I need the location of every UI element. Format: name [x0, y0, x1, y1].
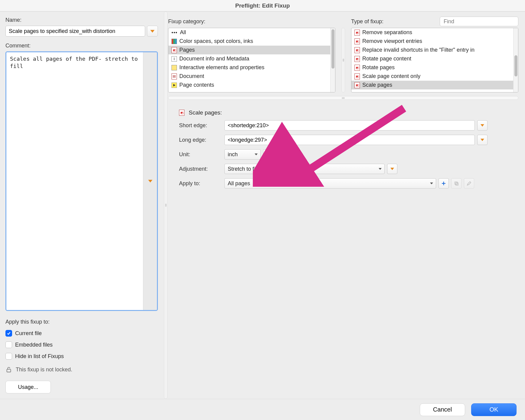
- list-item-label: Scale page content only: [362, 73, 420, 79]
- chevron-down-icon: [255, 153, 258, 155]
- pdf-icon: [354, 38, 360, 44]
- fixup-category-label: Fixup category:: [168, 18, 205, 25]
- type-item[interactable]: Replace invalid shortcuts in the "Filter…: [351, 46, 513, 54]
- long-edge-input[interactable]: [224, 135, 475, 145]
- unit-label: Unit:: [179, 151, 224, 158]
- name-input[interactable]: [5, 26, 145, 37]
- pdf-icon: [354, 73, 360, 79]
- list-item-label: Replace invalid shortcuts in the "Filter…: [362, 47, 474, 53]
- chevron-down-icon: [481, 139, 484, 141]
- arrow-icon: [171, 82, 177, 88]
- check-icon: [7, 331, 11, 335]
- unit-select[interactable]: inch: [224, 149, 261, 160]
- category-item[interactable]: Page contents: [168, 81, 330, 89]
- list-item-label: Remove viewport entries: [362, 38, 422, 44]
- comment-label: Comment:: [5, 43, 158, 49]
- type-item[interactable]: Remove viewport entries: [351, 37, 513, 46]
- pdf-icon: [354, 56, 360, 62]
- list-item-label: Interactive elements and properties: [179, 64, 264, 71]
- comment-side-panel: [143, 52, 157, 310]
- type-item[interactable]: Scale pages: [351, 81, 513, 89]
- unit-var-button[interactable]: [263, 149, 273, 160]
- window-title: Preflight: Edit Fixup: [0, 0, 525, 11]
- duplicate-icon: [454, 181, 459, 186]
- category-item[interactable]: Document: [168, 72, 330, 81]
- list-item-label: Document: [179, 73, 204, 79]
- scroll-thumb[interactable]: [331, 29, 334, 69]
- type-item[interactable]: Scale page content only: [351, 72, 513, 81]
- type-item[interactable]: Remove separations: [351, 28, 513, 37]
- info-icon: i: [171, 56, 177, 62]
- usage-button[interactable]: Usage...: [5, 381, 51, 393]
- chevron-down-icon: [390, 168, 394, 170]
- short-edge-input[interactable]: [224, 120, 475, 131]
- color-icon: [171, 39, 177, 44]
- ellipsis-icon: •••: [171, 30, 178, 36]
- find-input[interactable]: [440, 17, 518, 26]
- long-edge-var-button[interactable]: [477, 135, 488, 145]
- list-item-label: Document info and Metadata: [179, 56, 249, 62]
- svg-rect-3: [455, 182, 457, 184]
- type-listbox[interactable]: Remove separationsRemove viewport entrie…: [351, 28, 518, 92]
- pdf-icon: [171, 47, 177, 53]
- right-pane: Fixup category: •••AllColor spaces, spot…: [168, 11, 525, 399]
- comment-textarea[interactable]: Scales all pages of the PDF- stretch to …: [6, 52, 143, 310]
- pdf-icon: [354, 65, 360, 71]
- hide-in-list-checkbox[interactable]: [5, 353, 12, 360]
- category-item[interactable]: iDocument info and Metadata: [168, 54, 330, 63]
- left-pane: Name: Comment: Scales all pages of the P…: [0, 11, 163, 399]
- list-item-label: All: [180, 29, 186, 36]
- pdf-icon: [354, 47, 360, 53]
- footer: Cancel OK: [0, 399, 525, 420]
- horizontal-splitter[interactable]: [168, 96, 518, 100]
- pdf-icon: [354, 82, 360, 88]
- apply-fixup-label: Apply this fixup to:: [5, 319, 158, 325]
- svg-rect-4: [456, 183, 458, 185]
- section-title: Scale pages:: [189, 109, 222, 116]
- add-button[interactable]: [439, 178, 449, 189]
- apply-to-select[interactable]: All pages: [224, 178, 436, 189]
- list-item-label: Rotate page content: [362, 56, 411, 62]
- hide-in-list-label: Hide in list of Fixups: [15, 353, 64, 360]
- unit-value: inch: [228, 151, 238, 158]
- edit-button: [464, 178, 474, 189]
- list-item-label: Rotate pages: [362, 64, 395, 71]
- scroll-thumb[interactable]: [514, 55, 517, 76]
- short-edge-label: Short edge:: [179, 122, 224, 129]
- category-item[interactable]: Interactive elements and properties: [168, 63, 330, 72]
- short-edge-var-button[interactable]: [477, 120, 488, 131]
- layers-icon: [171, 65, 177, 70]
- category-item[interactable]: Color spaces, spot colors, inks: [168, 37, 330, 46]
- scrollbar[interactable]: [513, 28, 518, 92]
- category-item[interactable]: Pages: [168, 46, 330, 54]
- embedded-files-label: Embedded files: [15, 342, 53, 348]
- long-edge-label: Long edge:: [179, 137, 224, 143]
- list-item-label: Scale pages: [362, 82, 392, 88]
- svg-rect-0: [7, 369, 11, 372]
- current-file-label: Current file: [15, 330, 42, 337]
- vertical-splitter[interactable]: [164, 11, 168, 399]
- list-splitter[interactable]: [341, 28, 345, 92]
- cancel-button[interactable]: Cancel: [420, 403, 465, 416]
- type-item[interactable]: Rotate page content: [351, 54, 513, 63]
- adjustment-select[interactable]: Stretch to fill: [224, 164, 385, 174]
- category-item[interactable]: •••All: [168, 28, 330, 37]
- duplicate-button: [451, 178, 461, 189]
- adjustment-value: Stretch to fill: [228, 166, 258, 172]
- current-file-checkbox[interactable]: [5, 330, 12, 337]
- pencil-icon: [467, 181, 471, 186]
- chevron-down-icon: [430, 183, 433, 184]
- type-item[interactable]: Rotate pages: [351, 63, 513, 72]
- pdf-icon: [179, 110, 184, 116]
- list-item-label: Color spaces, spot colors, inks: [179, 38, 253, 44]
- list-item-label: Page contents: [179, 82, 214, 88]
- chevron-down-icon: [379, 168, 382, 170]
- embedded-files-checkbox[interactable]: [5, 341, 12, 348]
- adjustment-var-button[interactable]: [387, 164, 397, 174]
- chevron-down-icon: [150, 30, 155, 33]
- chevron-down-icon[interactable]: [148, 180, 152, 183]
- ok-button[interactable]: OK: [471, 403, 517, 416]
- category-listbox[interactable]: •••AllColor spaces, spot colors, inksPag…: [168, 28, 335, 92]
- name-var-menu-button[interactable]: [147, 26, 158, 37]
- scrollbar[interactable]: [330, 28, 335, 92]
